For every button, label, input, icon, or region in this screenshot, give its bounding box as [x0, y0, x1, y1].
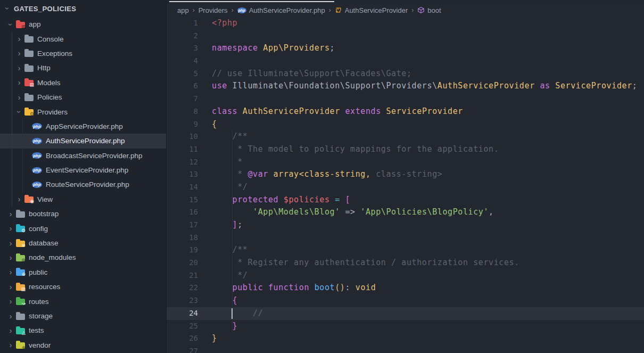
chevron-right-icon[interactable]: › [7, 268, 14, 276]
sidebar-item-vendor[interactable]: ›◆vendor [0, 338, 166, 352]
code-line-25[interactable]: 25 } [167, 320, 644, 333]
sidebar-item-routes[interactable]: ›↝routes [0, 294, 166, 308]
sidebar-item-label: View [37, 195, 53, 203]
breadcrumb-label: Providers [199, 6, 228, 14]
sidebar-item-exceptions[interactable]: ›Exceptions [0, 46, 166, 61]
breadcrumb-segment-authserviceprovider[interactable]: AuthServiceProvider [335, 6, 408, 14]
folder-icon [24, 36, 34, 43]
line-text: use Illuminate\Foundation\Support\Provid… [212, 80, 644, 93]
breadcrumb-segment-boot[interactable]: boot [417, 6, 441, 14]
sidebar-item-view[interactable]: ›◉View [0, 192, 166, 207]
chevron-right-icon[interactable]: › [7, 254, 14, 261]
code-line-23[interactable]: 23 { [167, 294, 644, 307]
line-text: { [212, 294, 644, 307]
line-number: 14 [167, 181, 212, 194]
chevron-right-icon[interactable]: › [7, 210, 14, 218]
sidebar-item-database[interactable]: ›≡database [0, 236, 166, 250]
folder-icon: ◉ [24, 196, 34, 203]
line-text: protected $policies = [ [212, 194, 644, 207]
code-line-22[interactable]: 22 public function boot(): void [167, 282, 644, 294]
breadcrumb-segment-app[interactable]: app [177, 6, 189, 14]
code-line-14[interactable]: 14 */ [167, 181, 644, 194]
chevron-right-icon[interactable]: › [16, 79, 22, 86]
code-line-20[interactable]: 20 * Register any authentication / autho… [167, 257, 644, 269]
sidebar-item-app[interactable]: ›▦app [0, 17, 166, 31]
sidebar-item-label: Providers [37, 108, 68, 116]
code-line-15[interactable]: 15 protected $policies = [ [167, 194, 644, 207]
code-line-21[interactable]: 21 */ [167, 269, 644, 282]
sidebar-item-tests[interactable]: ›△tests [0, 323, 166, 338]
code-line-13[interactable]: 13 * @var array<class-string, class-stri… [167, 168, 644, 181]
chevron-right-icon[interactable]: › [7, 298, 14, 305]
chevron-right-icon[interactable]: › [7, 283, 14, 291]
workspace-title: GATES_POLICIES [14, 5, 76, 13]
code-line-7[interactable]: 7 [167, 93, 644, 105]
code-line-10[interactable]: 10 /** [167, 130, 644, 143]
sidebar-item-bootstrap[interactable]: ›bootstrap [0, 207, 166, 221]
chevron-right-icon[interactable]: › [16, 64, 22, 72]
sidebar-item-label: app [29, 20, 41, 28]
sidebar-item-public[interactable]: ›⊕public [0, 265, 166, 280]
breadcrumb-segment-authserviceprovider-php[interactable]: phpAuthServiceProvider.php [237, 6, 325, 14]
code-line-27[interactable]: 27 [167, 345, 644, 353]
sidebar-item-label: public [29, 268, 47, 276]
chevron-right-icon[interactable]: › [16, 195, 22, 203]
chevron-down-icon: › [4, 5, 11, 12]
chevron-right-icon[interactable]: › [16, 50, 22, 57]
sidebar-item-node-modules[interactable]: ›●node_modules [0, 250, 166, 265]
sidebar-item-models[interactable]: ›▤Models [0, 76, 166, 90]
sidebar-item-appserviceprovider-php[interactable]: phpAppServiceProvider.php [0, 119, 166, 134]
code-line-4[interactable]: 4 [167, 55, 644, 68]
code-line-24[interactable]: 24 // [167, 307, 644, 320]
folder-icon: ▤ [24, 80, 34, 86]
line-number: 11 [167, 143, 212, 156]
sidebar-item-policies[interactable]: ›Policies [0, 90, 166, 104]
code-line-1[interactable]: 1<?php [167, 17, 644, 30]
chevron-right-icon[interactable]: › [7, 313, 14, 320]
sidebar-item-label: EventServiceProvider.php [46, 166, 128, 174]
code-area[interactable]: 1<?php23namespace App\Providers;45// use… [167, 17, 644, 353]
sidebar-item-authserviceprovider-php[interactable]: phpAuthServiceProvider.php [0, 134, 166, 148]
chevron-right-icon[interactable]: › [7, 225, 14, 232]
code-line-6[interactable]: 6use Illuminate\Foundation\Support\Provi… [167, 80, 644, 93]
line-number: 19 [167, 244, 212, 257]
code-line-2[interactable]: 2 [167, 30, 644, 43]
code-line-5[interactable]: 5// use Illuminate\Support\Facades\Gate; [167, 68, 644, 80]
line-number: 21 [167, 269, 212, 282]
line-number: 24 [167, 307, 212, 320]
line-text: } [212, 320, 644, 333]
sidebar-item-providers[interactable]: ›⚙Providers [0, 104, 166, 119]
sidebar-item-broadcastserviceprovider-php[interactable]: phpBroadcastServiceProvider.php [0, 149, 166, 163]
code-line-19[interactable]: 19 /** [167, 244, 644, 257]
class-symbol-icon [335, 6, 342, 14]
chevron-down-icon[interactable]: › [7, 21, 14, 28]
chevron-down-icon[interactable]: › [15, 109, 23, 115]
code-line-17[interactable]: 17 ]; [167, 219, 644, 232]
chevron-right-icon[interactable]: › [16, 35, 22, 43]
folder-icon: ▦ [16, 22, 25, 28]
code-line-11[interactable]: 11 * The model to policy mappings for th… [167, 143, 644, 156]
sidebar-item-eventserviceprovider-php[interactable]: phpEventServiceProvider.php [0, 163, 166, 177]
code-line-26[interactable]: 26} [167, 332, 644, 345]
folder-icon: △ [16, 328, 25, 334]
code-line-16[interactable]: 16 'App\Models\Blog' => 'App\Policies\Bl… [167, 206, 644, 219]
chevron-right-icon[interactable]: › [7, 240, 14, 247]
chevron-right-icon[interactable]: › [7, 327, 14, 334]
code-line-9[interactable]: 9{ [167, 118, 644, 131]
explorer-root-header[interactable]: › GATES_POLICIES [0, 0, 166, 17]
code-line-12[interactable]: 12 * [167, 156, 644, 169]
sidebar-item-console[interactable]: ›Console [0, 31, 166, 46]
sidebar-item-routeserviceprovider-php[interactable]: phpRouteServiceProvider.php [0, 177, 166, 192]
chevron-right-icon[interactable]: › [16, 94, 22, 101]
folder-icon [16, 314, 25, 320]
code-line-8[interactable]: 8class AuthServiceProvider extends Servi… [167, 105, 644, 118]
sidebar-item-config[interactable]: ›⚙config [0, 221, 166, 235]
breadcrumb-segment-providers[interactable]: Providers [199, 6, 228, 14]
sidebar-item-http[interactable]: ›Http [0, 61, 166, 75]
code-line-3[interactable]: 3namespace App\Providers; [167, 42, 644, 55]
code-line-18[interactable]: 18 [167, 232, 644, 244]
php-file-icon: php [32, 123, 42, 129]
sidebar-item-storage[interactable]: ›storage [0, 309, 166, 323]
sidebar-item-resources[interactable]: ›▤resources [0, 280, 166, 294]
chevron-right-icon[interactable]: › [7, 341, 14, 349]
